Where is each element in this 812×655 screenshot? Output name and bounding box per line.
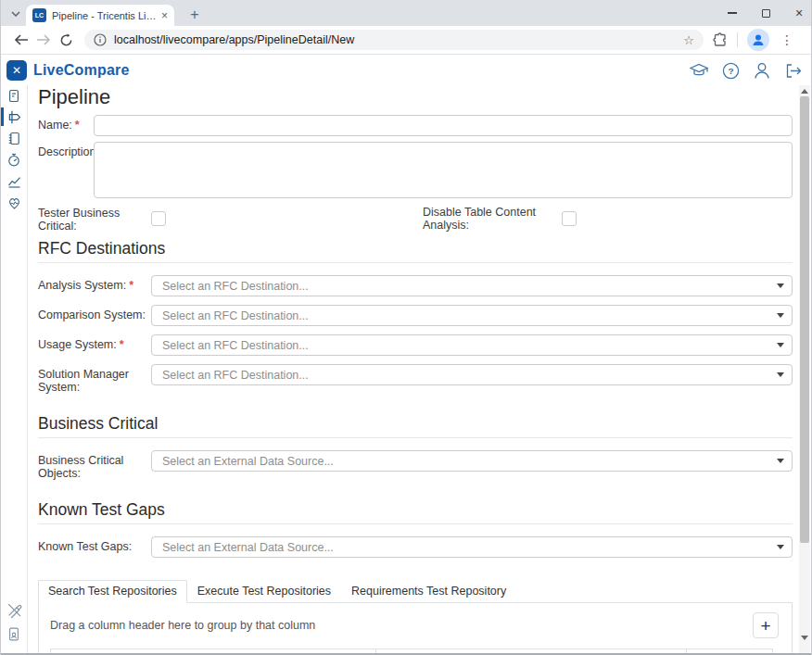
section-title-known-test-gaps: Known Test Gaps [38, 499, 793, 524]
scroll-up-arrow[interactable] [801, 89, 808, 94]
solution-manager-system-label: Solution Manager System: [38, 364, 151, 394]
description-label: Description: [38, 142, 94, 158]
user-icon[interactable] [752, 60, 772, 81]
back-button[interactable] [10, 29, 32, 51]
sidebar-item-forms[interactable] [1, 85, 27, 107]
window-maximize-button[interactable] [759, 6, 772, 19]
description-input[interactable] [94, 142, 793, 198]
section-title-rfc-destinations: RFC Destinations [38, 238, 793, 263]
draft-tools-icon [6, 602, 22, 618]
browser-tab-strip: LC Pipeline - Tricentis LiveCompare × + … [1, 0, 812, 26]
tab-close-icon[interactable]: × [161, 10, 168, 21]
business-critical-objects-select[interactable] [151, 450, 793, 472]
extensions-icon[interactable] [713, 32, 728, 47]
analysis-system-input[interactable] [151, 275, 793, 296]
name-label: Name:* [38, 115, 94, 132]
sidebar-item-runbooks[interactable] [1, 128, 27, 149]
comparison-system-input[interactable] [151, 305, 793, 326]
search-test-repositories-panel: Drag a column header here to group by th… [38, 603, 793, 655]
profile-avatar[interactable] [747, 29, 769, 51]
usage-system-row: Usage System:* [38, 334, 793, 356]
vertical-scrollbar[interactable] [799, 85, 810, 653]
sidebar-item-schedules[interactable] [1, 149, 27, 170]
chevron-down-icon[interactable] [777, 459, 784, 463]
solution-manager-system-select[interactable] [151, 364, 793, 385]
livecompare-logo[interactable]: ✕ [6, 60, 27, 81]
sidebar-bottom [1, 598, 27, 646]
tester-business-critical-checkbox[interactable] [151, 211, 166, 226]
sidebar-item-user-documents[interactable] [1, 622, 27, 646]
business-critical-objects-label: Business Critical Objects: [38, 450, 151, 480]
known-test-gaps-input[interactable] [151, 536, 793, 558]
health-heartbeat-icon [6, 195, 22, 210]
window-close-button[interactable]: × [793, 6, 806, 19]
window-controls: × [726, 0, 806, 26]
sidebar-item-design-tools[interactable] [1, 598, 27, 622]
analysis-system-row: Analysis System:* [38, 275, 793, 296]
scrollbar-thumb[interactable] [800, 96, 809, 543]
known-test-gaps-select[interactable] [151, 536, 793, 558]
page-title: Pipeline [38, 85, 793, 108]
solution-manager-system-input[interactable] [151, 364, 793, 385]
address-bar[interactable]: localhost/livecompare/apps/PipelineDetai… [84, 30, 704, 50]
chevron-down-icon[interactable] [777, 343, 784, 347]
repository-tabs: Search Test Repositories Execute Test Re… [38, 580, 793, 603]
scroll-down-arrow[interactable] [801, 636, 808, 640]
usage-system-label: Usage System:* [38, 334, 151, 351]
solution-manager-system-row: Solution Manager System: [38, 364, 793, 394]
chart-icon [6, 174, 22, 189]
comparison-system-select[interactable] [151, 305, 793, 326]
browser-menu-kebab-icon[interactable]: ⋮ [779, 32, 795, 47]
disable-table-content-analysis-checkbox[interactable] [562, 211, 577, 226]
browser-tab[interactable]: LC Pipeline - Tricentis LiveCompare × [26, 5, 174, 26]
reload-button[interactable] [55, 29, 77, 51]
page-info-icon[interactable] [94, 33, 107, 46]
sidebar-item-reports[interactable] [1, 170, 27, 192]
tab-execute-test-repositories[interactable]: Execute Test Repositories [187, 580, 341, 603]
main-content: Pipeline Name:* Description: Tester Busi… [28, 85, 794, 655]
tab-search-chevron-icon[interactable] [7, 6, 24, 22]
runbook-icon [6, 131, 21, 146]
sidebar-item-system-health[interactable] [1, 192, 27, 213]
new-tab-button[interactable]: + [184, 5, 205, 25]
description-field-row: Description: [38, 142, 793, 198]
header-actions: ? [689, 60, 804, 81]
known-test-gaps-row: Known Test Gaps: [38, 536, 793, 558]
analysis-system-label: Analysis System:* [38, 275, 151, 292]
livecompare-favicon: LC [32, 8, 46, 22]
required-asterisk: * [120, 338, 124, 351]
comparison-system-label: Comparison System: [38, 305, 151, 321]
group-by-hint: Drag a column header here to group by th… [50, 613, 780, 632]
business-critical-objects-row: Business Critical Objects: [38, 450, 793, 480]
learning-graduation-cap-icon[interactable] [689, 60, 709, 81]
chevron-down-icon[interactable] [777, 313, 784, 318]
url-text[interactable]: localhost/livecompare/apps/PipelineDetai… [114, 33, 683, 46]
tab-requirements-test-repository[interactable]: Requirements Test Repository [341, 580, 516, 603]
bookmark-star-icon[interactable]: ☆ [683, 33, 694, 47]
app-header: ✕ LiveCompare ? [1, 56, 812, 85]
sidebar-item-pipelines[interactable] [1, 107, 27, 128]
close-icon: × [795, 6, 803, 19]
tab-search-test-repositories[interactable]: Search Test Repositories [38, 580, 187, 603]
timer-icon [6, 152, 21, 168]
name-input[interactable] [94, 115, 793, 136]
business-critical-objects-input[interactable] [151, 450, 793, 472]
usage-system-select[interactable] [151, 334, 793, 356]
chevron-down-icon[interactable] [777, 283, 784, 288]
add-row-button[interactable]: + [753, 612, 779, 638]
window-minimize-button[interactable] [726, 6, 739, 19]
checkbox-row: Tester Business Critical: Disable Table … [38, 210, 793, 226]
known-test-gaps-label: Known Test Gaps: [38, 536, 151, 553]
help-icon[interactable]: ? [720, 60, 741, 81]
analysis-system-select[interactable] [151, 275, 793, 296]
usage-system-input[interactable] [151, 334, 793, 356]
chevron-down-icon[interactable] [777, 545, 784, 549]
required-asterisk: * [129, 279, 133, 292]
form-icon [6, 88, 21, 104]
forward-button[interactable] [32, 29, 55, 51]
chevron-down-icon[interactable] [777, 372, 784, 377]
brand-name: LiveCompare [33, 62, 130, 79]
logout-icon[interactable] [783, 60, 804, 81]
sidebar [1, 85, 28, 653]
pipeline-icon [6, 109, 22, 125]
